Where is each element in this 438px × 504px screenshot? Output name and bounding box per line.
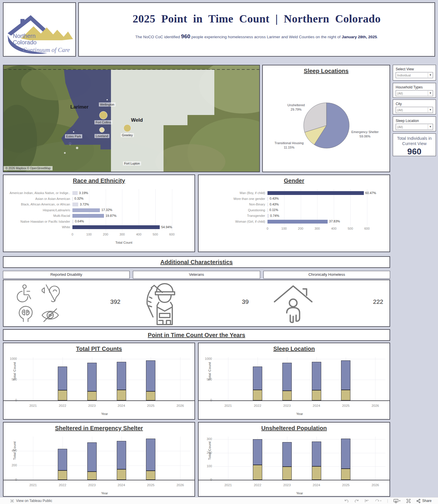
city-label: Fort Collins (94, 120, 112, 124)
stacked-bar-gold[interactable] (282, 391, 292, 400)
bar[interactable] (72, 220, 73, 224)
bar[interactable] (267, 208, 268, 212)
stacked-bar-purple[interactable] (87, 363, 97, 391)
stacked-bar-purple[interactable] (58, 449, 67, 470)
household-types-dropdown[interactable]: (All) ▼ (396, 90, 433, 96)
bar[interactable] (72, 203, 78, 206)
stacked-bar-purple[interactable] (253, 439, 262, 465)
gender-chart[interactable]: Man (Boy, if child)60.47%More than one g… (199, 186, 390, 252)
download-button[interactable] (393, 499, 401, 503)
bar[interactable] (72, 197, 73, 201)
dashboard: Northern Colorado Continuum of Care 2025… (0, 0, 438, 504)
bar[interactable] (267, 191, 364, 195)
bar-value-label: 54.94% (161, 225, 172, 229)
refresh-button[interactable] (375, 499, 382, 503)
stacked-bar-purple[interactable] (282, 363, 292, 390)
stacked-bar-purple[interactable] (282, 442, 292, 467)
stacked-bar-gold[interactable] (146, 471, 155, 480)
stacked-bar-gold[interactable] (117, 469, 126, 480)
bar[interactable] (72, 225, 160, 229)
stacked-bar-gold[interactable] (58, 470, 67, 480)
sleep-locations-panel: Sleep Locations Emergency Shelter59.06%T… (262, 65, 390, 172)
stacked-bar-purple[interactable] (117, 441, 126, 469)
view-on-tableau-public-label: View on Tableau Public (16, 499, 52, 503)
race-ethnicity-chart[interactable]: American Indian, Alaska Native, or Indig… (4, 186, 194, 252)
stacked-bar-purple[interactable] (312, 362, 321, 390)
bar-category-label: Woman (Girl, if child) (199, 219, 265, 225)
stacked-bar-gold[interactable] (312, 390, 321, 400)
chronically-homeless-icon (273, 284, 314, 323)
bar-category-label: Non-Binary (199, 202, 265, 207)
stacked-bar-gold[interactable] (146, 391, 155, 400)
chevron-down-icon: ▼ (428, 91, 433, 96)
stacked-bar-gold[interactable] (253, 465, 262, 480)
city-dot[interactable] (124, 124, 131, 132)
city-dot[interactable] (73, 131, 74, 132)
sleep-location-years-chart[interactable]: 05001000202120222023202420252026YearTota… (199, 354, 390, 419)
sleep-location-years-title: Sleep Location (199, 346, 390, 352)
gender-title: Gender (199, 177, 390, 184)
stacked-bar-purple[interactable] (58, 367, 67, 390)
filter-label: Household Types (396, 85, 433, 89)
share-label: Share (422, 499, 432, 503)
county-map[interactable]: Larimer Weld WellingtonFort CollinsLovel… (3, 65, 260, 172)
stacked-bar-gold[interactable] (117, 390, 126, 400)
stacked-bar-purple[interactable] (312, 442, 321, 466)
additional-characteristics-content: 392 39 222 (3, 280, 390, 327)
select-view-dropdown[interactable]: Individual ▼ (396, 72, 433, 78)
filter-household-types: Household Types (All) ▼ (393, 83, 436, 98)
share-button[interactable]: Share (416, 499, 432, 503)
sheltered-emergency-panel: Sheltered in Emergency Shelter 020040020… (3, 422, 195, 497)
bar[interactable] (72, 191, 78, 195)
stacked-bar-gold[interactable] (58, 390, 67, 400)
reset-button[interactable] (364, 499, 369, 503)
stacked-bar-purple[interactable] (146, 360, 155, 391)
unsheltered-population-chart[interactable]: 0100200300202120222023202420252026YearTo… (199, 434, 390, 496)
city-label: Loveland (95, 134, 110, 138)
sheltered-emergency-title: Sheltered in Emergency Shelter (4, 425, 194, 432)
bar-category-label: Transgender (199, 213, 265, 219)
stacked-bar-gold[interactable] (87, 472, 97, 480)
redo-button[interactable] (354, 499, 359, 503)
view-on-tableau-public[interactable]: View on Tableau Public (10, 499, 52, 503)
stacked-bar-purple[interactable] (117, 362, 126, 390)
stacked-bar-purple[interactable] (87, 442, 97, 472)
fullscreen-button[interactable] (406, 499, 411, 503)
logo-text-line1: Northern (13, 33, 36, 39)
bar[interactable] (267, 203, 268, 206)
bar-value-label: 0.43% (270, 203, 279, 206)
cognitive-icon (19, 306, 32, 322)
undo-button[interactable] (344, 499, 349, 503)
bar[interactable] (267, 220, 328, 224)
total-pit-counts-chart[interactable]: 05001000202120222023202420252026YearTota… (4, 354, 194, 419)
stacked-bar-gold[interactable] (312, 466, 321, 480)
sheltered-emergency-chart[interactable]: 0200400202120222023202420252026YearTotal… (4, 434, 194, 496)
bar[interactable] (72, 208, 100, 212)
city-dropdown[interactable]: (All) ▼ (396, 107, 433, 113)
stacked-bar-purple[interactable] (341, 439, 350, 469)
sleep-locations-pie[interactable]: Emergency Shelter59.06%Transitional Hous… (263, 76, 390, 172)
sleep-location-dropdown[interactable]: (All) ▼ (396, 124, 433, 130)
stacked-bar-purple[interactable] (341, 360, 350, 390)
bar[interactable] (267, 197, 268, 201)
chevron-down-icon: ▼ (428, 107, 433, 112)
stacked-bar-gold[interactable] (87, 391, 97, 400)
additional-characteristics-title: Additional Characteristics (4, 259, 390, 266)
stacked-bar-purple[interactable] (146, 439, 155, 471)
map-label-larimer: Larimer (70, 104, 88, 110)
bar[interactable] (267, 214, 269, 218)
stacked-bar-gold[interactable] (282, 467, 292, 480)
bar-value-label: 0.43% (270, 197, 279, 200)
stacked-bar-gold[interactable] (341, 469, 350, 480)
city-dot[interactable] (99, 127, 105, 132)
stacked-bar-purple[interactable] (253, 367, 262, 390)
city-dot[interactable] (107, 99, 108, 100)
bar[interactable] (72, 214, 104, 218)
pie-slice-label: Transitional Housing11.15% (274, 141, 304, 150)
bar-value-label: 3.19% (79, 191, 88, 195)
toolbar-divider: | (387, 499, 388, 503)
stacked-bar-gold[interactable] (253, 390, 262, 400)
stacked-bar-gold[interactable] (341, 390, 350, 400)
dropdown-value: (All) (396, 108, 428, 112)
city-dot[interactable] (99, 111, 107, 119)
